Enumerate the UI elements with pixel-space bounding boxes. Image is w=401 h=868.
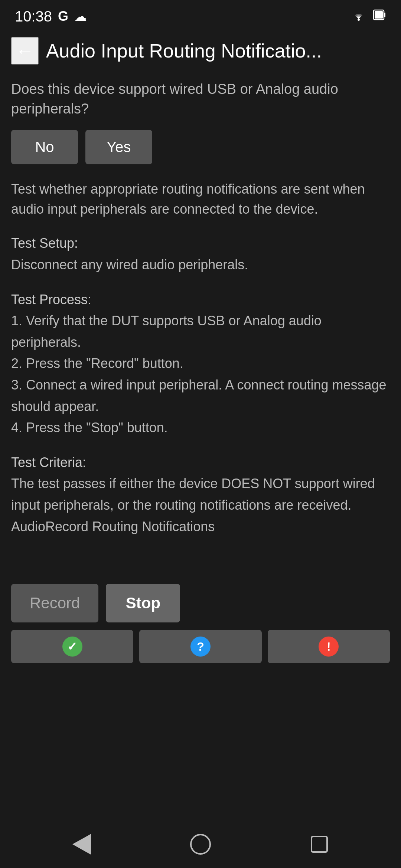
test-criteria-label: Test Criteria:: [11, 455, 86, 470]
yes-no-row: No Yes: [11, 130, 390, 164]
nav-bar: [0, 820, 401, 868]
status-right: [351, 8, 386, 25]
header: ← Audio Input Routing Notificatio...: [0, 30, 401, 76]
stop-button[interactable]: Stop: [106, 584, 180, 622]
nav-home-icon: [189, 833, 212, 855]
nav-recents-icon: [308, 833, 330, 855]
test-setup-section: Test Setup: Disconnect any wired audio p…: [11, 233, 390, 275]
nav-recents-button[interactable]: [308, 833, 330, 855]
cloud-icon: ☁: [74, 9, 87, 24]
description-text: Test whether appropriate routing notific…: [11, 179, 390, 219]
nav-back-icon: [71, 833, 93, 855]
wifi-icon: [351, 9, 367, 24]
page-title: Audio Input Routing Notificatio...: [46, 40, 390, 62]
status-icons-row: ✓ ? !: [11, 630, 390, 663]
test-criteria-body: The test passes if either the device DOE…: [11, 476, 375, 534]
google-icon: G: [58, 9, 68, 24]
test-process-label: Test Process:: [11, 292, 91, 307]
back-button[interactable]: ←: [11, 37, 39, 65]
error-button[interactable]: !: [268, 630, 390, 663]
pass-icon: ✓: [62, 637, 82, 657]
nav-back-button[interactable]: [71, 833, 93, 855]
help-button[interactable]: ?: [139, 630, 261, 663]
svg-rect-2: [384, 13, 385, 17]
help-icon: ?: [190, 637, 211, 657]
test-criteria-section: Test Criteria: The test passes if either…: [11, 452, 390, 537]
status-time: 10:38: [15, 8, 52, 25]
status-bar: 10:38 G ☁: [0, 0, 401, 30]
error-icon: !: [319, 637, 339, 657]
svg-rect-3: [375, 11, 383, 19]
battery-icon: [373, 8, 386, 25]
no-button[interactable]: No: [11, 130, 78, 164]
pass-button[interactable]: ✓: [11, 630, 133, 663]
yes-button[interactable]: Yes: [85, 130, 152, 164]
nav-home-button[interactable]: [189, 833, 212, 855]
record-button[interactable]: Record: [11, 584, 98, 622]
test-setup-body: Disconnect any wired audio peripherals.: [11, 257, 248, 272]
status-left: 10:38 G ☁: [15, 8, 87, 25]
action-buttons-row: Record Stop: [11, 584, 390, 622]
main-content: Does this device support wired USB or An…: [0, 76, 401, 562]
question-text: Does this device support wired USB or An…: [11, 79, 390, 119]
test-process-section: Test Process: 1. Verify that the DUT sup…: [11, 289, 390, 438]
test-process-body: 1. Verify that the DUT supports USB or A…: [11, 313, 387, 435]
svg-point-0: [358, 19, 360, 21]
test-setup-label: Test Setup:: [11, 236, 78, 251]
